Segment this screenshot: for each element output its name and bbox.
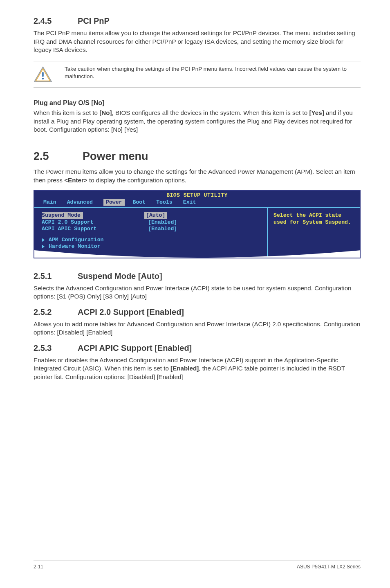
paragraph-245: The PCI PnP menu items allow you to chan… <box>34 29 361 54</box>
bios-row-suspend-label: Suspend Mode <box>42 212 83 219</box>
heading-251: 2.5.1Suspend Mode [Auto] <box>34 271 361 282</box>
bios-row-acpi20: ACPI 2.0 Support [Enabled] <box>42 219 260 226</box>
footer-page-number: 2-11 <box>34 563 43 570</box>
bios-tab-boot: Boot <box>133 199 152 206</box>
bios-tab-tools: Tools <box>156 199 179 206</box>
bios-submenu-hwmon-label: Hardware Monitor <box>49 243 101 250</box>
caution-text: Take caution when changing the settings … <box>65 65 361 80</box>
heading-252-number: 2.5.2 <box>34 307 78 318</box>
bios-row-apic-value: [Enabled] <box>148 226 177 233</box>
heading-253-number: 2.5.3 <box>34 343 78 354</box>
bios-tab-bar: Main Advanced Power Boot Tools Exit <box>34 199 360 208</box>
bios-row-acpi20-label: ACPI 2.0 Support <box>42 219 148 226</box>
bios-submenu-hwmon: Hardware Monitor <box>42 243 260 250</box>
pnp-text-1: When this item is set to <box>34 109 99 116</box>
triangle-icon <box>42 245 45 249</box>
svg-point-3 <box>42 78 44 79</box>
p253-bold: [Enabled] <box>170 365 199 372</box>
bios-submenu-apm: APM Configuration <box>42 237 260 244</box>
footer-product: ASUS P5G41T-M LX2 Series <box>297 563 361 570</box>
bios-row-apic: ACPI APIC Support [Enabled] <box>42 226 260 233</box>
heading-25-number: 2.5 <box>34 149 83 164</box>
bios-submenu-apm-label: APM Configuration <box>49 237 104 244</box>
heading-253: 2.5.3ACPI APIC Support [Enabled] <box>34 343 361 354</box>
bios-tab-main: Main <box>43 199 63 206</box>
heading-245-title: PCI PnP <box>78 16 110 25</box>
triangle-icon <box>42 238 45 242</box>
bios-left-pane: Suspend Mode [Auto] ACPI 2.0 Support [En… <box>34 208 268 258</box>
bios-tab-power: Power <box>103 199 125 206</box>
bios-screenshot: BIOS SETUP UTILITY Main Advanced Power B… <box>34 190 361 258</box>
heading-25-title: Power menu <box>83 150 148 162</box>
heading-251-title: Suspend Mode [Auto] <box>78 272 162 281</box>
p25-bold: <Enter> <box>64 177 87 184</box>
bios-title: BIOS SETUP UTILITY <box>34 191 360 199</box>
caution-callout: Take caution when changing the settings … <box>34 61 361 88</box>
heading-252: 2.5.2ACPI 2.0 Support [Enabled] <box>34 307 361 318</box>
heading-25: 2.5Power menu <box>34 149 361 164</box>
heading-plug-and-play: Plug and Play O/S [No] <box>34 99 361 108</box>
bios-help-text: Select the ACPI state used for System Su… <box>273 212 351 225</box>
bios-tab-advanced: Advanced <box>67 199 99 206</box>
heading-245: 2.4.5PCI PnP <box>34 16 361 27</box>
bios-row-suspend: Suspend Mode [Auto] <box>42 212 260 219</box>
heading-253-title: ACPI APIC Support [Enabled] <box>78 343 192 352</box>
bios-help-pane: Select the ACPI state used for System Su… <box>268 208 360 258</box>
pnp-bold-no: [No] <box>99 109 112 116</box>
heading-251-number: 2.5.1 <box>34 271 78 282</box>
bios-row-suspend-value: [Auto] <box>144 212 167 219</box>
caution-icon <box>34 65 52 84</box>
pnp-text-2: , BIOS configures all the devices in the… <box>112 109 309 116</box>
pnp-bold-yes: [Yes] <box>309 109 324 116</box>
svg-rect-2 <box>42 72 43 77</box>
page-footer: 2-11 ASUS P5G41T-M LX2 Series <box>34 561 361 570</box>
paragraph-plug-and-play: When this item is set to [No], BIOS conf… <box>34 109 361 134</box>
heading-252-title: ACPI 2.0 Support [Enabled] <box>78 307 184 316</box>
bios-row-apic-label: ACPI APIC Support <box>42 226 148 233</box>
paragraph-25: The Power menu items allow you to change… <box>34 168 361 184</box>
paragraph-251: Selects the Advanced Configuration and P… <box>34 284 361 301</box>
p25-post: to display the configuration options. <box>87 177 186 184</box>
bios-tab-exit: Exit <box>183 199 203 206</box>
bios-row-acpi20-value: [Enabled] <box>148 219 177 226</box>
heading-245-number: 2.4.5 <box>34 16 78 27</box>
paragraph-252: Allows you to add more tables for Advanc… <box>34 320 361 337</box>
paragraph-253: Enables or disables the Advanced Configu… <box>34 356 361 382</box>
